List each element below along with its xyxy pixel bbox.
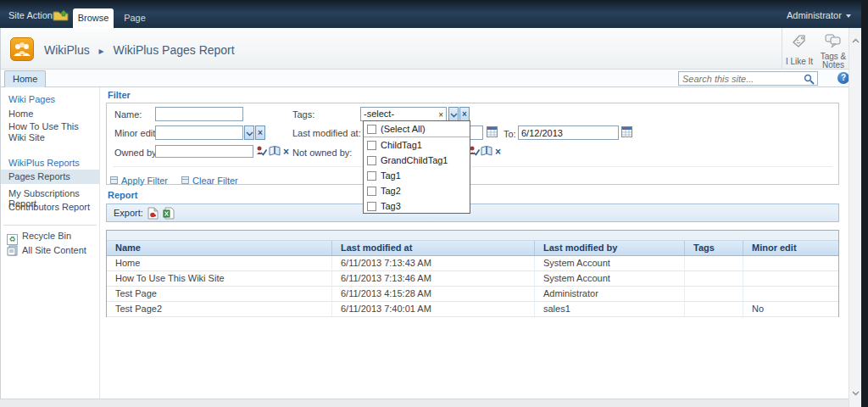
help-icon[interactable]: ?: [837, 72, 849, 84]
checkbox-icon[interactable]: [367, 156, 376, 165]
tags-clear-button[interactable]: ×: [459, 107, 470, 121]
navigate-up-folder-icon[interactable]: [53, 9, 69, 21]
tags-option-label: ChildTag1: [381, 140, 422, 150]
i-like-it-button[interactable]: I Like It: [782, 31, 816, 68]
report-table-header: Name Last modified at Last modified by T…: [107, 241, 838, 256]
page: Site Actions Browse Page Administrator W…: [0, 0, 868, 407]
search-icon[interactable]: [804, 74, 815, 85]
clear-filter-icon[interactable]: [181, 176, 189, 184]
filter-section-title: Filter: [108, 90, 131, 100]
sidebar-item-all-site-content[interactable]: All Site Content: [7, 245, 86, 256]
cell-tags: [685, 256, 743, 270]
help-glyph: ?: [841, 73, 846, 82]
calendar-icon[interactable]: [621, 126, 632, 137]
topnav-home-tab[interactable]: Home: [4, 70, 46, 87]
window-right-edge: [861, 0, 868, 407]
cell-name: Home: [107, 256, 332, 270]
not-owned-by-remove-icon[interactable]: ×: [495, 146, 501, 158]
like-tag-icon: [790, 32, 809, 49]
tags-notes-icon: [823, 32, 843, 49]
calendar-icon[interactable]: [487, 126, 498, 137]
cell-modified-by: System Account: [535, 271, 685, 286]
tags-option-grandchildtag1[interactable]: GrandChildTag1: [364, 153, 470, 168]
vertical-scrollbar[interactable]: [849, 28, 861, 407]
owned-by-remove-icon[interactable]: ×: [283, 146, 289, 158]
address-book-icon[interactable]: [481, 145, 492, 156]
table-row: Test Page 6/11/2013 4:15:28 AM Administr…: [107, 287, 838, 302]
name-input[interactable]: [155, 107, 243, 121]
sidebar-item-home[interactable]: Home: [8, 109, 33, 119]
minor-edit-clear-button[interactable]: ×: [255, 125, 265, 140]
export-toolbar: Export:: [106, 204, 839, 222]
home-tab-label: Home: [13, 74, 37, 84]
sidebar-item-how-to-use[interactable]: How To Use This Wiki Site: [8, 121, 95, 143]
checkbox-icon[interactable]: [367, 187, 376, 196]
clear-x-icon: ×: [462, 109, 467, 119]
status-bar: [0, 399, 849, 407]
minor-edit-dropdown-button[interactable]: [244, 125, 254, 140]
social-toolbar: I Like It Tags & Notes: [782, 28, 849, 69]
cell-minor-edit: No: [743, 302, 838, 316]
sidebar-item-recycle-bin[interactable]: ♻Recycle Bin: [7, 231, 71, 245]
clear-filter-link[interactable]: Clear Filter: [192, 176, 238, 186]
breadcrumb-arrow-icon: ▸: [99, 45, 104, 57]
column-header-last-modified-at: Last modified at: [332, 241, 535, 255]
sidebar-item-contributors-report[interactable]: Contributors Report: [8, 202, 90, 212]
user-menu[interactable]: Administrator: [787, 10, 851, 20]
tab-browse-label: Browse: [78, 13, 109, 23]
cell-modified-by: Administrator: [535, 287, 685, 301]
user-label: Administrator: [787, 10, 842, 20]
not-owned-by-label: Not owned by:: [292, 148, 352, 158]
ribbon-bar: Site Actions Browse Page Administrator: [0, 0, 868, 28]
checkbox-icon[interactable]: [367, 171, 376, 181]
cell-tags: [685, 271, 743, 286]
tags-option-childtag1[interactable]: ChildTag1: [364, 137, 470, 153]
recycle-bin-icon: ♻: [7, 234, 18, 245]
tab-browse[interactable]: Browse: [73, 8, 114, 28]
tags-option-label: GrandChildTag1: [381, 155, 448, 165]
checkbox-icon[interactable]: [367, 141, 376, 150]
last-modified-to-input[interactable]: [518, 125, 619, 140]
export-pdf-icon[interactable]: [147, 207, 159, 220]
tab-page[interactable]: Page: [117, 8, 153, 28]
tags-option-tag3[interactable]: Tag3: [364, 198, 470, 214]
minor-edit-input[interactable]: [155, 125, 243, 140]
tags-field-clear-icon[interactable]: ×: [438, 109, 443, 121]
i-like-it-label: I Like It: [782, 58, 816, 66]
tags-notes-button[interactable]: Tags & Notes: [816, 31, 850, 68]
sidebar-divider: [3, 225, 97, 226]
scroll-down-icon[interactable]: [852, 391, 860, 396]
breadcrumb-site-link[interactable]: WikiPlus: [44, 43, 90, 57]
sidebar-item-pages-reports[interactable]: Pages Reports: [0, 170, 100, 184]
checkbox-icon[interactable]: [367, 125, 376, 134]
recycle-bin-label: Recycle Bin: [22, 231, 71, 241]
tags-field-value: -select-: [364, 109, 394, 119]
address-book-icon[interactable]: [269, 145, 281, 156]
check-names-icon[interactable]: [256, 145, 267, 156]
owned-by-label: Owned by:: [114, 148, 159, 158]
tags-option-tag2[interactable]: Tag2: [364, 183, 470, 198]
cell-tags: [685, 287, 743, 301]
owned-by-input[interactable]: [155, 145, 253, 158]
apply-filter-icon[interactable]: [110, 176, 118, 184]
cell-modified-at: 6/11/2013 7:13:43 AM: [332, 256, 535, 270]
scroll-up-icon[interactable]: [852, 38, 860, 43]
tags-dropdown-button[interactable]: [448, 107, 459, 121]
checkbox-icon[interactable]: [367, 202, 376, 211]
sidebar: Wiki Pages Home How To Use This Wiki Sit…: [0, 87, 100, 399]
all-site-content-icon: [7, 245, 18, 256]
tags-option-label: Tag1: [381, 170, 401, 181]
last-modified-label: Last modified at:: [292, 128, 361, 138]
tags-multiselect-field[interactable]: -select- ×: [360, 107, 447, 121]
cell-tags: [685, 302, 743, 316]
export-excel-icon[interactable]: [163, 207, 175, 220]
export-label: Export:: [114, 208, 143, 218]
cell-modified-at: 6/11/2013 4:15:28 AM: [332, 287, 535, 301]
sidebar-heading-wikiplus-reports: WikiPlus Reports: [8, 158, 80, 168]
tags-option-select-all[interactable]: (Select All): [364, 121, 470, 137]
cell-minor-edit: [743, 271, 838, 286]
search-input[interactable]: [682, 72, 798, 85]
tags-option-tag1[interactable]: Tag1: [364, 168, 470, 183]
apply-filter-link[interactable]: Apply Filter: [121, 176, 168, 186]
column-header-minor-edit: Minor edit: [743, 241, 838, 255]
